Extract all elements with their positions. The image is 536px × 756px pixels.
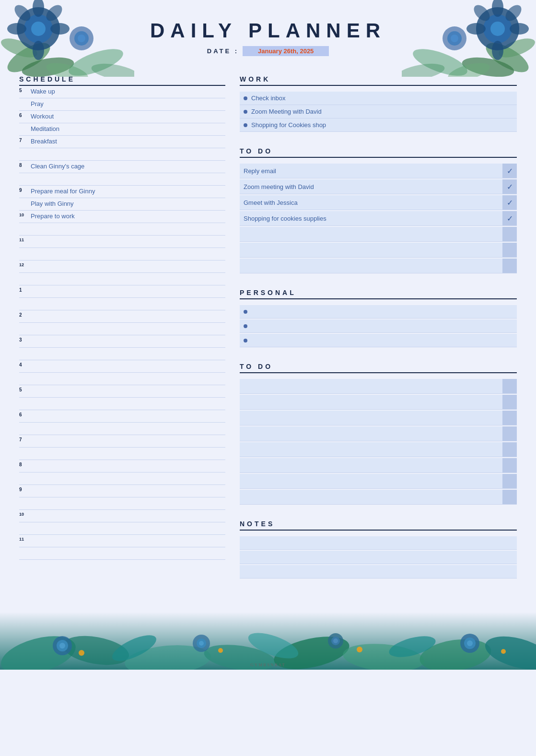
work-bullet <box>244 96 247 100</box>
hour-10pm: 10 <box>19 510 29 517</box>
hour-1pm: 1 <box>19 285 29 293</box>
schedule-row <box>19 173 225 186</box>
work-item: Zoom Meeting with David <box>240 105 517 118</box>
todo-empty-row <box>240 243 517 258</box>
todo-empty-row <box>240 490 517 505</box>
schedule-row: Pray <box>19 98 225 111</box>
hour-7: 7 <box>19 136 29 143</box>
schedule-row: 6 <box>19 410 225 423</box>
todo-personal-title: TO DO <box>240 363 517 373</box>
schedule-row: 12 <box>19 260 225 273</box>
personal-bullet <box>244 324 247 328</box>
todo-empty-row <box>240 227 517 242</box>
personal-item <box>240 334 517 347</box>
todo-item-text: Shopping for cookies supplies <box>240 213 502 224</box>
schedule-row <box>19 398 225 410</box>
hour-7pm: 7 <box>19 435 29 442</box>
todo-empty-row <box>240 259 517 273</box>
notes-title: NOTES <box>240 520 517 531</box>
svg-point-46 <box>59 643 65 649</box>
schedule-item: Workout <box>29 111 225 122</box>
schedule-row: 2 <box>19 310 225 323</box>
todo-item: Reply email ✓ <box>240 164 517 178</box>
svg-point-59 <box>501 649 506 654</box>
watermark: GYMRSNBAT <box>250 662 286 667</box>
schedule-row <box>19 223 225 236</box>
schedule-row <box>19 273 225 285</box>
schedule-item: Wake up <box>29 86 225 97</box>
todo-checkbox[interactable]: ✓ <box>502 179 517 194</box>
hour-8pm: 8 <box>19 460 29 467</box>
todo-empty-row <box>240 474 517 489</box>
personal-title: PERSONAL <box>240 289 517 299</box>
hour-6: 6 <box>19 111 29 118</box>
notes-row <box>240 551 517 564</box>
svg-point-57 <box>218 648 223 653</box>
schedule-row: 8 Clean Ginny's cage <box>19 161 225 173</box>
work-item: Check inbox <box>240 92 517 105</box>
hour-11pm: 11 <box>19 535 29 542</box>
schedule-item: Play with Ginny <box>29 198 225 209</box>
work-item-text: Shopping for Cookies shop <box>251 121 326 129</box>
hour-11: 11 <box>19 236 29 242</box>
personal-bullet <box>244 310 247 314</box>
todo-empty-row <box>240 379 517 394</box>
personal-item <box>240 305 517 319</box>
schedule-row: 9 <box>19 485 225 497</box>
schedule-item: Clean Ginny's cage <box>29 161 225 172</box>
schedule-row <box>19 373 225 385</box>
todo-item: Gmeet with Jessica ✓ <box>240 195 517 210</box>
todo-checkbox[interactable]: ✓ <box>502 211 517 225</box>
hour-12: 12 <box>19 260 29 267</box>
hour-8: 8 <box>19 161 29 168</box>
schedule-row: 5 Wake up <box>19 86 225 98</box>
schedule-row <box>19 423 225 435</box>
schedule-title: SCHEDULE <box>19 75 225 86</box>
work-item-text: Zoom Meeting with David <box>251 108 322 115</box>
todo-item-text: Gmeet with Jessica <box>240 197 502 208</box>
todo-empty-row <box>240 395 517 410</box>
todo-checkbox[interactable]: ✓ <box>502 164 517 178</box>
hour-2pm: 2 <box>19 310 29 318</box>
schedule-row: 7 <box>19 435 225 448</box>
work-section: WORK Check inbox Zoom Meeting with David… <box>240 75 517 132</box>
floral-bottom-svg <box>0 612 536 670</box>
work-title: WORK <box>240 75 517 86</box>
notes-section: NOTES <box>240 520 517 579</box>
hour-3pm: 3 <box>19 335 29 343</box>
schedule-row <box>19 323 225 335</box>
schedule-row <box>19 298 225 310</box>
schedule-row: Play with Ginny <box>19 198 225 211</box>
hour-10: 10 <box>19 211 29 217</box>
hour-9: 9 <box>19 186 29 193</box>
hour-empty <box>19 98 29 100</box>
schedule-row: 11 <box>19 535 225 547</box>
personal-section: PERSONAL <box>240 289 517 347</box>
schedule-item: Pray <box>29 98 225 109</box>
todo-item-text: Reply email <box>240 165 502 177</box>
schedule-row: 9 Prepare meal for Ginny <box>19 186 225 198</box>
notes-row <box>240 565 517 579</box>
work-bullet <box>244 123 247 127</box>
schedule-row <box>19 348 225 360</box>
todo-empty-row <box>240 442 517 457</box>
todo-checkbox[interactable]: ✓ <box>502 195 517 210</box>
todo-item-text: Zoom meeting with David <box>240 181 502 192</box>
main-content: SCHEDULE 5 Wake up Pray 6 Workout M <box>0 66 536 602</box>
schedule-row: 8 <box>19 460 225 472</box>
schedule-row: 6 Workout <box>19 111 225 123</box>
date-value: January 26th, 2025 <box>243 46 329 56</box>
right-column: WORK Check inbox Zoom Meeting with David… <box>240 75 517 588</box>
todo-item: Zoom meeting with David ✓ <box>240 179 517 194</box>
schedule-row <box>19 148 225 161</box>
schedule-row <box>19 472 225 485</box>
svg-point-49 <box>199 641 204 646</box>
schedule-row: Meditation <box>19 123 225 136</box>
todo-empty-row <box>240 411 517 425</box>
schedule-row: 1 <box>19 285 225 298</box>
work-item-text: Check inbox <box>251 94 286 102</box>
schedule-row: 10 <box>19 510 225 522</box>
todo-work-title: TO DO <box>240 147 517 158</box>
svg-point-55 <box>467 640 473 646</box>
page-title: DAILY PLANNER <box>0 19 536 42</box>
